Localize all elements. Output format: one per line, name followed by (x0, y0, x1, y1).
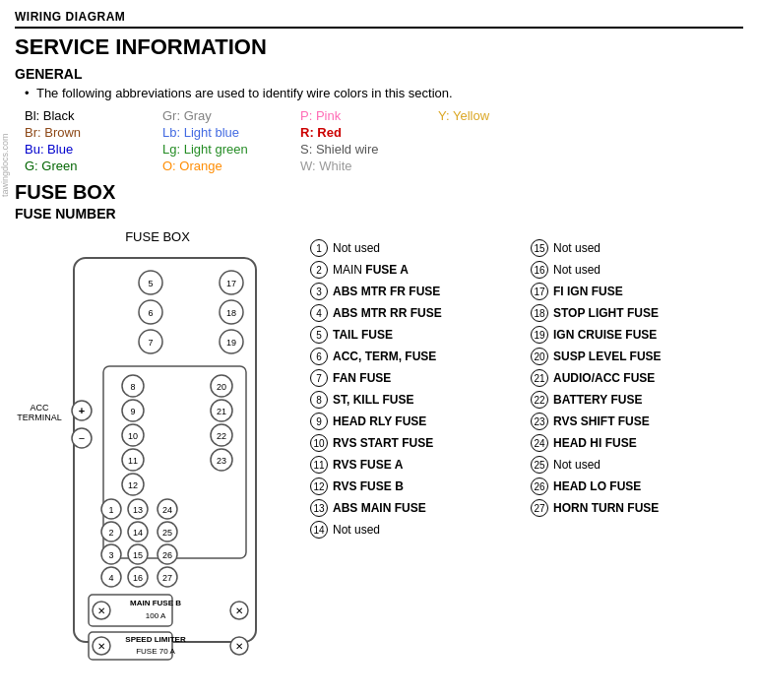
svg-text:8: 8 (130, 382, 135, 392)
fuse-label-1: Not used (333, 241, 380, 255)
color-pink: P: Pink (300, 108, 438, 123)
fuse-label-20: SUSP LEVEL FUSE (553, 350, 662, 363)
fuse-item-3: 3 ABS MTR FR FUSE (310, 283, 523, 300)
fuse-num-4: 4 (310, 304, 328, 322)
svg-text:3: 3 (108, 550, 113, 560)
main-content: FUSE BOX ACC TERMINAL + − 5 (15, 229, 743, 665)
fuse-num-21: 21 (531, 369, 548, 387)
fuse-num-11: 11 (310, 456, 328, 474)
fuse-num-14: 14 (310, 521, 328, 539)
fuse-num-13: 13 (310, 499, 328, 517)
color-yellow: Y: Yellow (438, 108, 576, 123)
fuse-label-13: ABS MAIN FUSE (333, 501, 426, 515)
fuse-label-10: RVS START FUSE (333, 436, 433, 450)
svg-text:100 A: 100 A (146, 611, 166, 620)
svg-text:15: 15 (133, 550, 143, 560)
svg-text:9: 9 (130, 407, 135, 416)
fuse-label-23: RVS SHIFT FUSE (553, 414, 650, 428)
fuse-column-right: 15 Not used 16 Not used 17 FI IGN FUSE 1… (531, 239, 743, 542)
general-title: GENERAL (15, 66, 743, 82)
svg-text:6: 6 (148, 308, 153, 318)
page: WIRING DIAGRAM SERVICE INFORMATION GENER… (0, 0, 758, 674)
fuse-item-13: 13 ABS MAIN FUSE (310, 499, 523, 517)
fuse-item-7: 7 FAN FUSE (310, 369, 523, 387)
fuse-diagram: FUSE BOX ACC TERMINAL + − 5 (15, 229, 300, 665)
svg-text:23: 23 (217, 456, 226, 466)
fuse-label-8: ST, KILL FUSE (333, 393, 413, 407)
general-description: • The following abbreviations are used t… (25, 86, 743, 100)
svg-text:4: 4 (108, 573, 113, 583)
svg-text:✕: ✕ (235, 605, 243, 616)
fuse-label-26: HEAD LO FUSE (553, 479, 641, 493)
fuse-lists: 1 Not used 2 MAIN FUSE A 3 ABS MTR FR FU… (310, 229, 743, 542)
color-lightblue: Lb: Light blue (162, 125, 300, 140)
fuse-label-7: FAN FUSE (333, 371, 391, 385)
color-empty2 (438, 142, 576, 157)
fuse-item-16: 16 Not used (531, 261, 743, 279)
fuse-num-5: 5 (310, 326, 328, 344)
svg-text:26: 26 (162, 550, 172, 560)
fuse-box-title: FUSE BOX (15, 181, 743, 204)
fuse-label-18: STOP LIGHT FUSE (553, 306, 659, 320)
fuse-num-12: 12 (310, 477, 328, 495)
fuse-label-24: HEAD HI FUSE (553, 436, 637, 450)
fuse-label-6: ACC, TERM, FUSE (333, 350, 436, 363)
fuse-label-12: RVS FUSE B (333, 479, 404, 493)
fuse-num-20: 20 (531, 348, 548, 365)
svg-text:25: 25 (162, 528, 172, 538)
svg-text:14: 14 (133, 528, 143, 538)
fuse-label-9: HEAD RLY FUSE (333, 414, 426, 428)
svg-text:18: 18 (226, 308, 236, 318)
fuse-item-20: 20 SUSP LEVEL FUSE (531, 348, 743, 365)
fuse-item-6: 6 ACC, TERM, FUSE (310, 348, 523, 365)
fuse-num-26: 26 (531, 477, 548, 495)
fuse-box-svg: ACC TERMINAL + − 5 6 7 (15, 248, 281, 662)
fuse-item-15: 15 Not used (531, 239, 743, 257)
color-orange: O: Orange (162, 159, 300, 173)
color-shield: S: Shield wire (300, 142, 438, 157)
fuse-item-5: 5 TAIL FUSE (310, 326, 523, 344)
svg-text:24: 24 (162, 505, 172, 515)
svg-text:20: 20 (217, 382, 226, 392)
fuse-label-11: RVS FUSE A (333, 458, 403, 472)
svg-text:2: 2 (108, 528, 113, 538)
fuse-num-25: 25 (531, 456, 548, 474)
fuse-num-6: 6 (310, 348, 328, 365)
fuse-num-17: 17 (531, 283, 548, 300)
fuse-label-27: HORN TURN FUSE (553, 501, 659, 515)
fuse-label-3: ABS MTR FR FUSE (333, 285, 440, 298)
fuse-label-2: MAIN FUSE A (333, 263, 409, 277)
general-desc-text: The following abbreviations are used to … (36, 86, 453, 100)
svg-text:MAIN FUSE B: MAIN FUSE B (130, 599, 181, 607)
svg-text:22: 22 (217, 431, 226, 441)
fuse-item-22: 22 BATTERY FUSE (531, 391, 743, 409)
svg-text:✕: ✕ (97, 641, 105, 652)
svg-text:19: 19 (226, 338, 236, 348)
svg-text:+: + (79, 405, 85, 416)
svg-text:7: 7 (148, 338, 153, 348)
color-brown: Br: Brown (25, 125, 162, 140)
fuse-item-19: 19 IGN CRUISE FUSE (531, 326, 743, 344)
fuse-label-5: TAIL FUSE (333, 328, 393, 342)
fuse-num-10: 10 (310, 434, 328, 452)
fuse-num-15: 15 (531, 239, 548, 257)
fuse-num-24: 24 (531, 434, 548, 452)
fuse-label-17: FI IGN FUSE (553, 285, 623, 298)
fuse-num-8: 8 (310, 391, 328, 409)
fuse-num-2: 2 (310, 261, 328, 279)
fuse-num-27: 27 (531, 499, 548, 517)
color-lightgreen: Lg: Light green (162, 142, 300, 157)
color-red: R: Red (300, 125, 438, 140)
svg-text:1: 1 (108, 505, 113, 515)
color-black: Bl: Black (25, 108, 162, 123)
color-white: W: White (300, 159, 438, 173)
svg-text:✕: ✕ (97, 605, 105, 616)
svg-text:27: 27 (162, 573, 172, 583)
fuse-num-23: 23 (531, 413, 548, 430)
fuse-item-21: 21 AUDIO/ACC FUSE (531, 369, 743, 387)
fuse-item-27: 27 HORN TURN FUSE (531, 499, 743, 517)
svg-text:21: 21 (217, 407, 226, 416)
svg-text:✕: ✕ (235, 641, 243, 652)
fuse-item-14: 14 Not used (310, 521, 523, 539)
fuse-num-19: 19 (531, 326, 548, 344)
